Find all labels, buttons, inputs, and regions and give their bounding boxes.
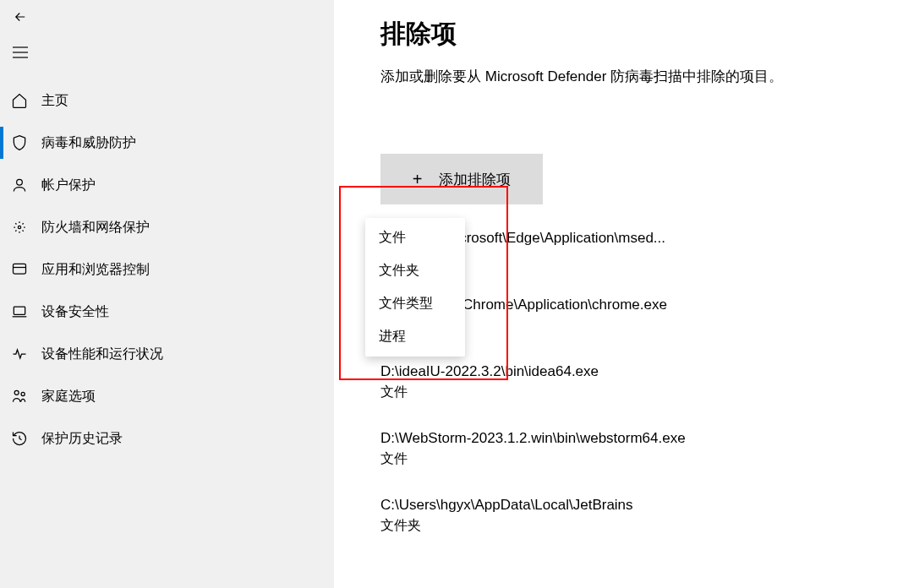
nav-account[interactable]: 帐户保护 (0, 164, 334, 206)
add-exclusion-button[interactable]: + 添加排除项 (380, 154, 543, 204)
exclusion-item[interactable]: C:\Users\hgyx\AppData\Local\JetBrains文件夹 (380, 497, 903, 535)
firewall-icon (10, 218, 29, 237)
menu-filetype[interactable]: 文件类型 (365, 287, 465, 320)
svg-point-9 (14, 390, 19, 395)
history-icon (10, 429, 29, 448)
app-icon (10, 260, 29, 279)
exclusion-type: 文件 (380, 450, 903, 468)
exclusion-type: 文件夹 (380, 517, 903, 535)
nav-label: 防火墙和网络保护 (41, 219, 150, 237)
menu-process[interactable]: 进程 (365, 320, 465, 353)
exclusion-type: 文件 (380, 384, 903, 401)
back-arrow-icon (13, 9, 28, 28)
page-subtitle: 添加或删除要从 Microsoft Defender 防病毒扫描中排除的项目。 (380, 67, 903, 86)
exclusion-item[interactable]: D:\ideaIU-2022.3.2\bin\idea64.exe文件 (380, 363, 903, 401)
nav-family[interactable]: 家庭选项 (0, 375, 334, 417)
heart-icon (10, 345, 29, 363)
back-button[interactable] (0, 2, 41, 35)
account-icon (10, 176, 29, 194)
nav-app[interactable]: 应用和浏览器控制 (0, 248, 334, 291)
nav-firewall[interactable]: 防火墙和网络保护 (0, 206, 334, 248)
laptop-icon (10, 302, 29, 321)
menu-button[interactable] (0, 37, 41, 71)
add-exclusion-menu: 文件 文件夹 文件类型 进程 (365, 218, 465, 357)
nav-device-performance[interactable]: 设备性能和运行状况 (0, 333, 334, 375)
svg-point-3 (17, 179, 23, 185)
shield-icon (10, 133, 29, 152)
nav-label: 保护历史记录 (41, 430, 123, 448)
exclusion-path: D:\WebStorm-2023.1.2.win\bin\webstorm64.… (380, 430, 903, 447)
sidebar: 主页 病毒和威胁防护 帐户保护 防火墙和网络保护 应用和浏览器控制 设备安全性 … (0, 0, 334, 588)
home-icon (10, 91, 29, 110)
family-icon (10, 387, 29, 406)
nav-virus[interactable]: 病毒和威胁防护 (0, 122, 334, 164)
exclusion-path: C:\Users\hgyx\AppData\Local\JetBrains (380, 497, 903, 514)
page-title: 排除项 (380, 17, 903, 52)
nav-label: 帐户保护 (41, 177, 96, 194)
nav-label: 设备安全性 (41, 303, 109, 321)
nav-label: 设备性能和运行状况 (41, 346, 163, 363)
menu-folder[interactable]: 文件夹 (365, 254, 465, 287)
hamburger-icon (13, 46, 28, 62)
exclusion-path: D:\ideaIU-2022.3.2\bin\idea64.exe (380, 363, 903, 380)
nav-label: 病毒和威胁防护 (41, 134, 136, 152)
nav-label: 主页 (41, 92, 68, 110)
plus-icon: + (413, 170, 423, 189)
nav-home[interactable]: 主页 (0, 79, 334, 122)
nav-label: 应用和浏览器控制 (41, 261, 150, 279)
exclusion-item[interactable]: D:\WebStorm-2023.1.2.win\bin\webstorm64.… (380, 430, 903, 468)
svg-point-10 (21, 392, 25, 395)
add-btn-label: 添加排除项 (439, 170, 511, 189)
nav-device-security[interactable]: 设备安全性 (0, 291, 334, 333)
nav-label: 家庭选项 (41, 388, 96, 406)
menu-file[interactable]: 文件 (365, 221, 465, 254)
svg-point-4 (18, 226, 20, 228)
svg-rect-5 (14, 264, 26, 274)
nav-section: 主页 病毒和威胁防护 帐户保护 防火墙和网络保护 应用和浏览器控制 设备安全性 … (0, 79, 334, 460)
nav-history[interactable]: 保护历史记录 (0, 417, 334, 460)
svg-rect-7 (14, 307, 25, 314)
main-content: 排除项 添加或删除要从 Microsoft Defender 防病毒扫描中排除的… (334, 0, 903, 588)
